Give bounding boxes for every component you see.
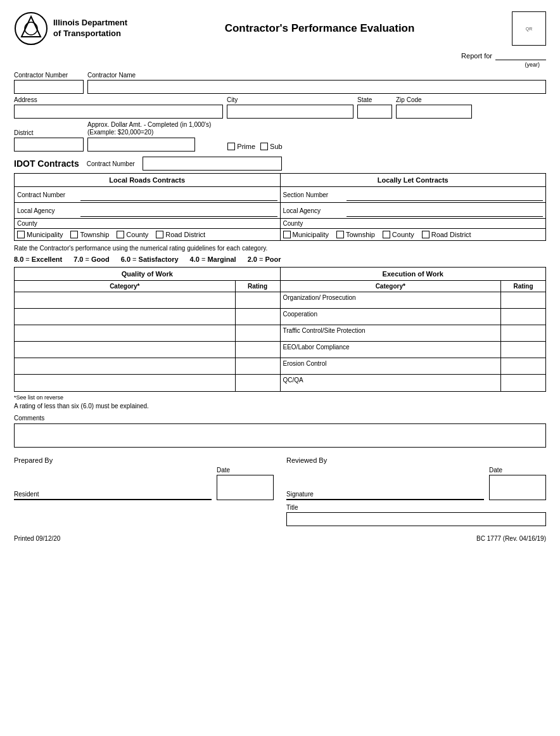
address-input[interactable] bbox=[14, 105, 223, 119]
locally-let-township-checkbox[interactable] bbox=[336, 231, 344, 238]
district-input[interactable] bbox=[14, 138, 84, 152]
locally-let-county-checkbox[interactable] bbox=[383, 231, 390, 238]
dollar-input[interactable] bbox=[87, 138, 195, 152]
prepared-date-group: Date bbox=[217, 467, 274, 500]
form-title: Contractor's Performance Evaluation bbox=[127, 22, 512, 35]
local-roads-county-item[interactable]: County bbox=[117, 231, 148, 238]
execution-row-3: Traffic Control/Site Protection bbox=[281, 325, 546, 342]
idot-logo bbox=[14, 11, 48, 46]
comments-input[interactable] bbox=[14, 423, 546, 448]
signature-input[interactable] bbox=[286, 499, 484, 500]
quality-rating-3[interactable] bbox=[236, 325, 280, 341]
scale-excellent: 8.0 = Excellent bbox=[14, 255, 62, 263]
sub-label: Sub bbox=[270, 143, 283, 150]
local-roads-local-agency-label: Local Agency bbox=[17, 207, 80, 214]
prime-checkbox-item[interactable]: Prime bbox=[227, 143, 255, 150]
contractor-name-label: Contractor Name bbox=[87, 72, 546, 79]
idot-section: IDOT Contracts Contract Number Local Roa… bbox=[14, 157, 546, 241]
footer-printed: Printed 09/12/20 bbox=[14, 535, 60, 542]
local-roads-local-agency-row: Local Agency bbox=[15, 203, 280, 219]
local-roads-municipality-label: Municipality bbox=[27, 231, 63, 238]
quality-rating-header: Rating bbox=[236, 281, 280, 292]
locally-let-township-label: Township bbox=[346, 231, 375, 238]
execution-cat-6: QC/QA bbox=[281, 375, 502, 391]
sig-cols: Prepared By Resident Date Reviewed By Si… bbox=[14, 456, 546, 526]
state-input[interactable] bbox=[357, 105, 392, 119]
execution-rating-2[interactable] bbox=[501, 309, 545, 325]
quality-cat-3[interactable] bbox=[15, 325, 236, 341]
execution-cat-3: Traffic Control/Site Protection bbox=[281, 325, 502, 341]
local-roads-checkboxes: Municipality Township County Road Distri… bbox=[15, 229, 280, 240]
quality-rating-6[interactable] bbox=[236, 375, 280, 391]
execution-rating-6[interactable] bbox=[501, 375, 545, 391]
scale-satisfactory: 6.0 = Satisfactory bbox=[121, 255, 179, 263]
rating-note: Rate the Contractor's performance using … bbox=[14, 245, 546, 252]
title-label: Title bbox=[286, 504, 546, 511]
execution-rating-5[interactable] bbox=[501, 358, 545, 374]
quality-cat-4[interactable] bbox=[15, 342, 236, 358]
quality-cat-6[interactable] bbox=[15, 375, 236, 391]
zip-input[interactable] bbox=[396, 105, 472, 119]
reviewed-date-input[interactable] bbox=[489, 475, 546, 500]
locally-let-county-label: County bbox=[283, 220, 303, 227]
city-input[interactable] bbox=[227, 105, 353, 119]
reviewed-date-group: Date bbox=[489, 467, 546, 500]
locally-let-road-district-checkbox[interactable] bbox=[422, 231, 430, 238]
locally-let-local-agency-input[interactable] bbox=[347, 204, 544, 217]
locally-let-county-check-label: County bbox=[392, 231, 414, 238]
quality-rating-1[interactable] bbox=[236, 292, 280, 308]
quality-rating-2[interactable] bbox=[236, 309, 280, 325]
sub-checkbox-item[interactable]: Sub bbox=[260, 143, 283, 150]
local-roads-municipality-checkbox[interactable] bbox=[17, 231, 25, 238]
quality-row-3 bbox=[15, 325, 280, 342]
local-roads-municipality-item[interactable]: Municipality bbox=[17, 231, 63, 238]
local-roads-road-district-item[interactable]: Road District bbox=[156, 231, 205, 238]
prepared-by-label: Prepared By bbox=[14, 456, 274, 464]
execution-rating-3[interactable] bbox=[501, 325, 545, 341]
title-input[interactable] bbox=[286, 512, 546, 526]
execution-rating-1[interactable] bbox=[501, 292, 545, 308]
scale-poor: 2.0 = Poor bbox=[248, 255, 281, 263]
idot-contract-number-input[interactable] bbox=[143, 157, 282, 171]
prime-label: Prime bbox=[237, 143, 255, 150]
locally-let-section-number-input[interactable] bbox=[347, 188, 544, 201]
city-group: City bbox=[227, 96, 353, 119]
quality-cat-5[interactable] bbox=[15, 358, 236, 374]
quality-cat-1[interactable] bbox=[15, 292, 236, 308]
execution-cat-2: Cooperation bbox=[281, 309, 502, 325]
locally-let-road-district-item[interactable]: Road District bbox=[422, 231, 471, 238]
quality-cat-2[interactable] bbox=[15, 309, 236, 325]
resident-input[interactable] bbox=[14, 499, 212, 500]
execution-cat-4: EEO/Labor Compliance bbox=[281, 342, 502, 358]
local-roads-road-district-label: Road District bbox=[165, 231, 205, 238]
locally-let-municipality-checkbox[interactable] bbox=[283, 231, 291, 238]
prime-checkbox[interactable] bbox=[227, 143, 235, 150]
address-row: Address City State Zip Code bbox=[14, 96, 546, 119]
prepared-date-input[interactable] bbox=[217, 475, 274, 500]
local-roads-contract-number-input[interactable] bbox=[80, 188, 277, 201]
local-roads-road-district-checkbox[interactable] bbox=[156, 231, 163, 238]
locally-let-municipality-item[interactable]: Municipality bbox=[283, 231, 329, 238]
local-roads-county-checkbox[interactable] bbox=[117, 231, 124, 238]
locally-let-county-item[interactable]: County bbox=[383, 231, 414, 238]
locally-let-section-number-label: Section Number bbox=[283, 191, 347, 198]
work-tables: Quality of Work Category* Rating bbox=[14, 267, 546, 392]
locally-let-township-item[interactable]: Township bbox=[336, 231, 375, 238]
local-roads-local-agency-input[interactable] bbox=[80, 204, 277, 217]
quality-rating-5[interactable] bbox=[236, 358, 280, 374]
scale-marginal: 4.0 = Marginal bbox=[190, 255, 236, 263]
contractor-number-input[interactable] bbox=[14, 80, 84, 94]
quality-sub-header: Category* Rating bbox=[15, 281, 280, 292]
local-roads-township-checkbox[interactable] bbox=[70, 231, 78, 238]
footer-form-number: BC 1777 (Rev. 04/16/19) bbox=[476, 535, 546, 542]
comments-label: Comments bbox=[14, 415, 546, 422]
quality-rating-4[interactable] bbox=[236, 342, 280, 358]
execution-rating-4[interactable] bbox=[501, 342, 545, 358]
contractor-name-group: Contractor Name bbox=[87, 72, 546, 94]
year-label: (year) bbox=[525, 61, 540, 68]
local-roads-township-item[interactable]: Township bbox=[70, 231, 109, 238]
contractor-name-input[interactable] bbox=[87, 80, 546, 94]
address-group: Address bbox=[14, 96, 223, 119]
reviewed-by-sub-row: Signature Date bbox=[286, 467, 546, 500]
sub-checkbox[interactable] bbox=[260, 143, 268, 150]
